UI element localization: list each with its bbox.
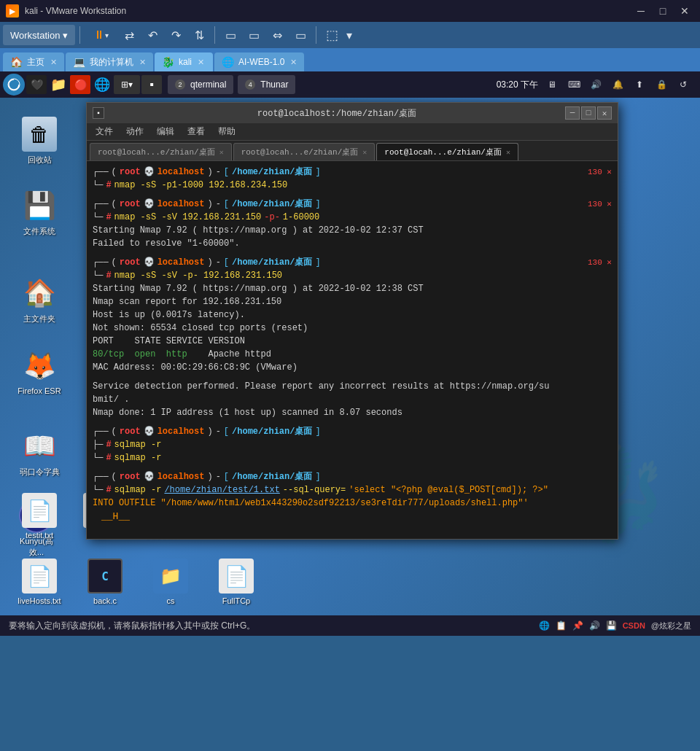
tab-kali[interactable]: 🐉 kali ✕ [155,52,213,71]
snapshot-revert-button[interactable]: ⇄ [118,25,140,45]
tab-aiweb[interactable]: 🌐 AI-WEB-1.0 ✕ [214,52,304,71]
terminal-tab-3-close[interactable]: ✕ [506,148,510,157]
terminal-tab-1-close[interactable]: ✕ [219,148,224,157]
tab-mycomputer-close[interactable]: ✕ [139,58,146,67]
taskbar-battery-icon: 🔔 [610,77,626,93]
terminal-close-btn[interactable]: ✕ [597,106,612,120]
terminal-content[interactable]: ┌── (root💀 localhost) - [/home/zhian/桌面]… [87,161,618,539]
desktop-icon-livehosts[interactable]: 📄 liveHosts.txt [13,556,66,608]
terminal-menu-view[interactable]: 查看 [182,124,211,140]
terminal-buttons: ─ □ ✕ [565,106,612,120]
trash-icon: 🗑 [22,117,57,152]
taskbar-volume-icon[interactable]: 🔊 [588,77,604,93]
titlebar: ▶ kali - VMware Workstation ─ □ ✕ [0,0,700,22]
statusbar-sound-icon: 🔊 [589,620,600,631]
console-dropdown-icon[interactable]: ▾ [344,25,354,45]
workstation-menu[interactable]: Workstation ▾ [3,25,75,45]
terminal-line-4: ┌── (root💀 localhost) - [/home/zhian/桌面] [93,425,612,438]
desktop-icon-fulltcp[interactable]: 📄 FullTCp [210,556,262,608]
terminal-tab-2[interactable]: root@locah...e/zhian/桌面 ✕ [233,143,376,160]
tab-mycomputer[interactable]: 💻 我的计算机 ✕ [66,52,153,71]
terminal-tab-3[interactable]: root@locah...e/zhian/桌面 ✕ [376,143,518,160]
tab-kali-close[interactable]: ✕ [198,58,204,67]
filesystem-label: 文件系统 [23,226,55,237]
terminal-line-2: ┌── (root💀 localhost) - [/home/zhian/桌面]… [93,198,612,211]
suspend-button[interactable]: ⇅ [188,25,210,45]
view3-button[interactable]: ⇔ [266,25,288,45]
terminal-output-2a: Starting Nmap 7.92 ( https://nmap.org ) … [93,224,612,237]
view1-button[interactable]: ▭ [219,25,241,45]
trash-label: 回收站 [28,155,52,166]
taskbar-dark-icon[interactable]: 🖤 [26,75,47,94]
tab-aiweb-close[interactable]: ✕ [290,58,297,67]
terminal-output-3a: Starting Nmap 7.92 ( https://nmap.org ) … [93,282,612,295]
statusbar-user-text: @炫彩之星 [651,620,691,631]
aiweb-tab-icon: 🌐 [222,56,234,68]
view2-button[interactable]: ▭ [243,25,265,45]
terminal-maximize-btn[interactable]: □ [581,106,596,120]
desktop: 🐉 🗑 回收站 💾 文件系统 🏠 主文件夹 🦊 Firefox ESR 📖 弱口… [0,98,700,615]
desktop-icon-firefox[interactable]: 🦊 Firefox ESR [13,346,66,398]
terminal-tab-3-label: root@locah...e/zhian/桌面 [384,147,502,157]
tab-aiweb-label: AI-WEB-1.0 [238,57,284,67]
backc-icon: C [88,559,122,594]
minimize-button[interactable]: ─ [631,4,650,18]
terminal-output-3f: 80/tcp open http Apache httpd [93,348,612,361]
blank-1 [93,192,612,198]
desktop-icon-rukou[interactable]: 📖 弱口令字典 [13,426,66,480]
terminal-menu-help[interactable]: 帮助 [212,124,241,140]
tabs-bar: 🏠 主页 ✕ 💻 我的计算机 ✕ 🐉 kali ✕ 🌐 AI-WEB-1.0 ✕ [0,48,700,71]
thunar-taskbar-btn[interactable]: 4 Thunar [238,75,295,94]
terminal-window-icon: ▪ [93,107,104,119]
filesystem-icon: 💾 [22,188,57,223]
desktop-icon-cs[interactable]: 📁 cs [144,556,197,608]
taskbar-refresh-icon[interactable]: ↺ [675,77,691,93]
terminal-line-1: ┌── (root💀 localhost) - [/home/zhian/桌面]… [93,166,612,179]
taskbar-apps-icon[interactable]: ⊞▾ [114,75,140,94]
terminal-tab-2-close[interactable]: ✕ [362,148,367,157]
terminal-menu-action[interactable]: 动作 [120,124,149,140]
statusbar-csdn-text: CSDN [623,621,645,630]
qterminal-taskbar-btn[interactable]: 2 qterminal [168,75,233,94]
qterminal-label: qterminal [190,79,226,90]
close-button[interactable]: ✕ [675,4,694,18]
taskbar-term-icon[interactable]: ▪ [141,75,162,94]
tab-home-close[interactable]: ✕ [50,58,57,67]
kali-taskbar: 🖤 📁 🔴 🌐 ⊞▾ ▪ 2 qterminal 4 Thunar 03:20 … [0,71,700,98]
desktop-icon-trash[interactable]: 🗑 回收站 [13,114,66,168]
kali-start-icon[interactable] [3,74,25,96]
pause-button[interactable]: ⏸▾ [85,25,117,45]
home-folder-label: 主文件夹 [23,314,55,324]
terminal-tab-1[interactable]: root@locah...e/zhian/桌面 ✕ [90,143,232,160]
terminal-menu-edit[interactable]: 编辑 [151,124,180,140]
firefox-icon: 🦊 [22,349,57,384]
taskbar-files-icon[interactable]: 📁 [48,74,69,95]
console-button[interactable]: ⬚ [321,25,343,45]
snapshot-forward-button[interactable]: ↷ [165,25,187,45]
taskbar-lock-icon: 🔒 [653,77,669,93]
terminal-cmd-5: └─ # sqlmap -r /home/zhian/test/1.txt --… [93,483,612,497]
menu-divider-2 [214,26,215,44]
tab-home[interactable]: 🏠 主页 ✕ [3,52,64,71]
statusbar-clipboard-icon: 📋 [556,620,567,631]
desktop-icon-filesystem[interactable]: 💾 文件系统 [13,185,66,240]
desktop-icon-home[interactable]: 🏠 主文件夹 [13,273,66,327]
snapshot-back-button[interactable]: ↶ [141,25,163,45]
maximize-button[interactable]: □ [653,4,672,18]
tab-kali-label: kali [179,57,192,67]
taskbar-globe-icon[interactable]: 🌐 [92,74,112,95]
taskbar-keyboard-icon: ⌨ [566,77,582,93]
statusbar-icons: 🌐 📋 📌 🔊 💾 CSDN @炫彩之星 [539,620,691,631]
terminal-cmd-4b: └─ # sqlmap -r [93,451,612,464]
view4-button[interactable]: ▭ [289,25,311,45]
terminal-tab-1-label: root@locah...e/zhian/桌面 [98,147,215,157]
desktop-icon-testit[interactable]: 📄 testit.txt [13,490,66,542]
terminal-minimize-btn[interactable]: ─ [565,106,580,120]
desktop-icon-backc[interactable]: C back.c [79,556,131,608]
terminal-menu-bar: 文件 动作 编辑 查看 帮助 [87,123,618,141]
terminal-cmd-1: └─ # nmap -sS -p1-1000 192.168.234.150 [93,179,612,192]
terminal-menu-file[interactable]: 文件 [90,124,119,140]
terminal-output-3h: Service detection performed. Please repo… [93,380,612,393]
taskbar-red-icon[interactable]: 🔴 [70,75,90,94]
home-tab-icon: 🏠 [10,56,23,68]
